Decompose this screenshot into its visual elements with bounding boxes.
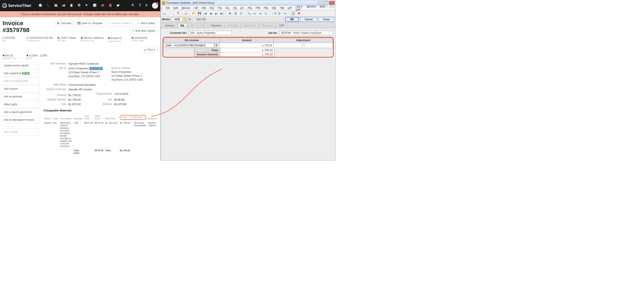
grid-tool-icon[interactable]: ⧉ [258,11,263,16]
gl-account-dropdown[interactable]: ▾ [214,43,218,47]
job-no-field[interactable]: 3579798 - HVAC Install in AnyTown [279,31,333,35]
action-adj-invoice[interactable]: Add an adjustment invoice [1,116,40,123]
customer-no-field[interactable]: 105 - Sutro Properties [189,31,232,35]
menu-fa[interactable]: F/A [216,6,224,10]
ok-button[interactable]: OK [285,17,299,22]
save-template-button[interactable]: 💾Save As Template [75,20,105,26]
search-icon[interactable]: 🔍 [131,4,135,7]
menu-ps[interactable]: P/S [262,6,270,10]
tree-icon[interactable]: 🗂 [183,11,188,16]
minimize-button[interactable]: — [318,1,323,4]
tab-recurring[interactable]: Recurring [259,23,276,28]
menu-ap[interactable]: A/P [192,6,200,10]
action-invoice-details[interactable]: Update invoice details› [1,62,40,69]
save-icon[interactable]: 💾 [197,11,202,16]
menu-eq[interactable]: E/Q [208,6,216,10]
refresh-icon[interactable]: 🔄 [290,11,296,16]
flag-icon[interactable]: ⚑ [85,4,89,7]
next-icon[interactable]: ▶ [214,11,219,16]
print-button[interactable]: 🖨Print ▾ [142,47,158,53]
sql-icon[interactable]: SQL [252,11,257,16]
bulk-item-button[interactable]: ✎Bulk Item Update [130,28,158,34]
tab-udf[interactable]: UDF [276,23,287,28]
page-icon[interactable]: 📄 [167,11,172,16]
first-icon[interactable]: |◀ [202,11,208,16]
megaphone-icon[interactable]: 📣 [101,4,104,7]
phone-icon[interactable]: 📞 [46,4,50,7]
folder-open-icon[interactable]: 📂 [191,11,196,16]
gl-adjustment-checkbox[interactable] [302,44,304,46]
gl-account-input[interactable] [165,43,214,47]
close-button[interactable]: ✕ [329,1,334,4]
menu-file[interactable]: File [164,6,172,10]
action-adjust-splits[interactable]: Adjust splits› [1,101,40,108]
action-job-costing[interactable]: Job Costing› [1,128,40,135]
gear-icon[interactable]: ⚙ [145,4,149,7]
action-payroll-adj[interactable]: Add a payroll adjustment [1,109,40,115]
search-icon[interactable]: 🔍 [246,11,252,16]
menu-jc[interactable]: J/C [238,6,246,10]
maximize-button[interactable]: ☐ [324,1,329,4]
truck-icon[interactable]: 🚚 [62,4,66,7]
doc-icon[interactable]: 🗎 [277,11,282,16]
tab-printable[interactable]: Printable [224,23,240,28]
action-add-return[interactable]: Add a return [1,85,40,92]
menu-window[interactable]: Window [305,4,318,11]
avatar[interactable]: 1 [152,2,158,9]
label-icon[interactable]: 🏷 [282,11,288,16]
close-window-button[interactable]: Close [318,17,334,22]
lock-icon[interactable] [184,18,187,21]
tab-linedetail[interactable]: Line Detail [241,23,258,28]
action-add-payment[interactable]: Add a payment$0.00› [1,70,40,77]
list-icon[interactable]: ☰ [238,11,244,16]
tab-eq[interactable]: E/Q [198,23,208,28]
gl-form: Customer No: 105 - Sutro Properties Job … [161,28,335,160]
menu-up[interactable]: U/P [286,6,294,10]
add-to-batch-button[interactable]: ＋Add to Batch [134,20,158,26]
mdi-minimize[interactable]: - [328,4,329,7]
calculate-button[interactable]: 🖩Calculate [54,20,74,26]
mdi-close[interactable]: × [332,4,334,7]
folder-icon[interactable]: 📁 [116,4,120,7]
cancel-button[interactable]: Cancel [300,17,317,22]
clock-icon[interactable]: 🕑 [38,4,42,7]
book-open-icon[interactable]: 📖 [162,11,167,16]
tab-jc[interactable]: J/C [188,23,197,28]
help-icon[interactable]: ❔ [138,4,142,7]
tab-payment[interactable]: Payment [208,23,224,28]
attach-icon[interactable]: 📎 [263,11,268,16]
menu-in[interactable]: I/N [232,6,238,10]
menu-record[interactable]: Record [180,6,192,10]
cube-icon[interactable]: 📦 [78,4,81,7]
invoice-closeout-button[interactable]: ✔Invoice Closeout [106,20,133,26]
menu-pr[interactable]: P/R [254,6,262,10]
calendar-icon[interactable]: 📅 [54,4,58,7]
menu-help[interactable]: Help [318,4,327,11]
tab-general[interactable]: General [162,23,177,28]
chart-icon[interactable]: 📊 [93,4,97,7]
delete-record-icon[interactable]: ✖ [227,11,232,16]
menu-gl[interactable]: G/L [224,6,231,10]
mode-value: ADD [172,17,182,21]
menu-logcall[interactable]: Log a Call [294,4,305,11]
tab-gl[interactable]: G/L [178,23,188,28]
bullet-list-icon[interactable]: ⋮☰ [271,11,276,16]
book-icon[interactable]: 📕 [108,4,112,7]
action-add-estimate[interactable]: Add an estimate› [1,93,40,100]
gl-amount[interactable]: 1,735.02 [220,43,274,48]
clipboard-icon[interactable]: 📋 [70,4,74,7]
menu-sd[interactable]: S/D [270,6,278,10]
info-icon[interactable]: ⓘ [116,122,118,124]
mdi-restore[interactable]: ❐ [330,4,332,7]
action-add-po[interactable]: Add a purchase order [1,78,40,84]
menu-edit[interactable]: Edit [172,6,180,10]
check-icon: ✔ [108,22,111,25]
menu-ar[interactable]: A/R [200,6,208,10]
prev-icon[interactable]: ◀ [208,11,213,16]
trash-icon[interactable]: 🗑 [233,11,238,16]
menu-pc[interactable]: P/C [246,6,254,10]
last-icon[interactable]: ▶| [219,11,224,16]
menu-tm[interactable]: T/M [278,6,286,10]
pin-icon[interactable]: 📍 [175,11,180,16]
pin2-icon[interactable]: 📌 [296,11,301,16]
